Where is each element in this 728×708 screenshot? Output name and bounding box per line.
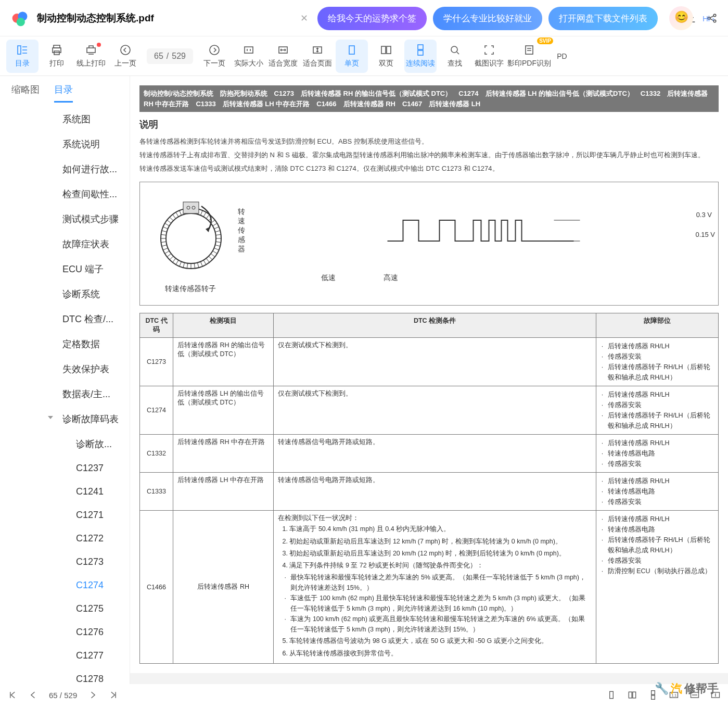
svg-line-72 — [216, 235, 221, 235]
outline-node[interactable]: 失效保护表 — [0, 357, 130, 382]
svg-line-45 — [165, 251, 170, 254]
outline-node[interactable]: C1277 — [0, 644, 130, 667]
outline-node[interactable]: 定格数据 — [0, 332, 130, 357]
svg-line-29 — [213, 251, 218, 254]
svg-point-11 — [121, 45, 130, 55]
outline-node[interactable]: 诊断故障码表 — [0, 407, 130, 432]
outline-node[interactable]: C1276 — [0, 621, 130, 644]
assistant-avatar-icon[interactable] — [669, 6, 693, 30]
svg-rect-10 — [87, 48, 95, 53]
th-fault: 故障部位 — [596, 313, 718, 338]
svg-line-51 — [162, 231, 167, 232]
svg-line-33 — [203, 260, 206, 265]
outline-node[interactable]: 故障症状表 — [0, 232, 130, 257]
svg-line-50 — [161, 235, 166, 235]
fit-page-button[interactable]: 适合页面 — [301, 40, 334, 73]
toc-button[interactable]: 目录 — [6, 40, 39, 73]
outline-node[interactable]: C1271 — [0, 503, 130, 527]
outline-node[interactable]: 如何进行故... — [0, 157, 130, 182]
outline-node[interactable]: 诊断系统 — [0, 282, 130, 307]
outline-node[interactable]: 诊断故... — [0, 432, 130, 457]
outline-node[interactable]: C1275 — [0, 597, 130, 621]
online-print-button[interactable]: 线上打印 — [75, 40, 107, 73]
svg-line-56 — [173, 214, 176, 219]
svg-line-69 — [213, 223, 218, 226]
table-row: C1273后转速传感器 RH 的输出信号低（测试模式 DTC）仅在测试模式下检测… — [140, 338, 719, 386]
outline-node[interactable]: C1241 — [0, 480, 130, 503]
svg-line-27 — [215, 245, 220, 247]
svip-badge: SVIP — [537, 37, 553, 44]
first-page-icon[interactable] — [7, 690, 18, 700]
outline-node[interactable]: 数据表/主... — [0, 382, 130, 407]
svg-line-35 — [197, 263, 199, 268]
fit-width-button[interactable]: 适合宽度 — [267, 40, 299, 73]
svg-line-47 — [162, 245, 167, 247]
suggestion-pill-2[interactable]: 学什么专业比较好就业 — [433, 7, 542, 30]
svg-rect-80 — [633, 692, 636, 698]
svg-line-57 — [176, 212, 178, 217]
shadow-pdf-button[interactable]: SVIP影印PDF识别 — [507, 40, 551, 73]
svg-line-34 — [200, 262, 202, 267]
outline-node[interactable]: 检查间歇性... — [0, 182, 130, 207]
screenshot-ocr-button[interactable]: 截图识字 — [473, 40, 505, 73]
th-item: 检测项目 — [173, 313, 273, 338]
prev-page-button[interactable]: 上一页 — [109, 40, 142, 73]
svg-line-31 — [209, 256, 212, 260]
prev-icon[interactable] — [28, 690, 39, 700]
paragraph: 各转速传感器检测到车轮转速并将相应信号发送到防滑控制 ECU。ABS 控制系统使… — [139, 136, 719, 147]
svg-rect-73 — [183, 202, 199, 213]
table-row: C1332后转速传感器 RH 中存在开路转速传感器信号电路开路或短路。后转速传感… — [140, 435, 719, 473]
last-page-icon[interactable] — [108, 690, 119, 700]
svg-line-41 — [176, 260, 178, 265]
outline-node[interactable]: 系统图 — [0, 107, 130, 132]
svg-line-54 — [167, 220, 171, 223]
view-single-icon[interactable] — [606, 690, 617, 700]
caret-down-icon — [48, 416, 53, 419]
single-page-button[interactable]: 单页 — [336, 40, 368, 73]
svg-rect-22 — [526, 46, 533, 54]
svg-rect-20 — [418, 50, 423, 55]
outline-node[interactable]: ECU 端子 — [0, 257, 130, 282]
svg-rect-6 — [18, 46, 21, 54]
outline-node[interactable]: C1278 — [0, 667, 130, 686]
print-button[interactable]: 打印 — [41, 40, 73, 73]
view-double-icon[interactable] — [627, 690, 637, 700]
svg-line-40 — [180, 262, 182, 267]
find-button[interactable]: 查找 — [439, 40, 471, 73]
section-title: 说明 — [139, 118, 719, 131]
svg-line-58 — [180, 211, 182, 216]
next-page-button[interactable]: 下一页 — [198, 40, 231, 73]
next-icon[interactable] — [87, 690, 98, 700]
table-row: C1466后转速传感器 RH在检测到以下任一状况时：车速高于 50.4 km/h… — [140, 511, 719, 664]
suggestion-pill-3[interactable]: 打开网盘下载文件列表 — [548, 7, 658, 30]
svg-rect-13 — [245, 47, 253, 53]
outline-node[interactable]: C1272 — [0, 527, 130, 550]
rotor-label: 转速传感器转子 — [165, 284, 216, 294]
outline-node[interactable]: C1274 — [0, 574, 130, 597]
page-indicator[interactable]: 65/529 — [147, 48, 193, 64]
close-suggestions-icon[interactable]: ✕ — [297, 9, 311, 27]
actual-size-button[interactable]: 实际大小 — [233, 40, 265, 73]
low-speed-label: 低速 — [321, 273, 336, 283]
dtc-table: DTC 代码 检测项目 DTC 检测条件 故障部位 C1273后转速传感器 RH… — [139, 313, 719, 664]
double-page-button[interactable]: 双页 — [370, 40, 402, 73]
svg-line-53 — [165, 223, 170, 226]
tab-outline[interactable]: 目录 — [54, 83, 73, 103]
th-cond: DTC 检测条件 — [274, 313, 596, 338]
continuous-read-button[interactable]: 连续阅读 — [404, 40, 437, 73]
outline-node[interactable]: C1237 — [0, 457, 130, 480]
svg-point-21 — [451, 46, 457, 53]
pdf-button[interactable]: PD — [553, 40, 571, 73]
outline-tree: 系统图系统说明如何进行故...检查间歇性...测试模式步骤故障症状表ECU 端子… — [0, 103, 130, 686]
hi-label[interactable]: Hi › — [703, 14, 714, 23]
outline-node[interactable]: C1273 — [0, 550, 130, 574]
sensor-label: 转速传感器 — [238, 207, 245, 254]
outline-node[interactable]: DTC 检查/... — [0, 307, 130, 332]
tab-thumbnails[interactable]: 缩略图 — [11, 83, 40, 103]
footer-page: 65 / 529 — [49, 691, 77, 700]
suggestion-pill-1[interactable]: 给我今天的运势求个签 — [317, 7, 427, 30]
outline-node[interactable]: 系统说明 — [0, 132, 130, 157]
outline-node[interactable]: 测试模式步骤 — [0, 207, 130, 232]
svg-line-71 — [215, 231, 220, 232]
paragraph: 转速传感器发送车速信号或测试模式结束时，清除 DTC C1273 和 C1274… — [139, 163, 719, 174]
